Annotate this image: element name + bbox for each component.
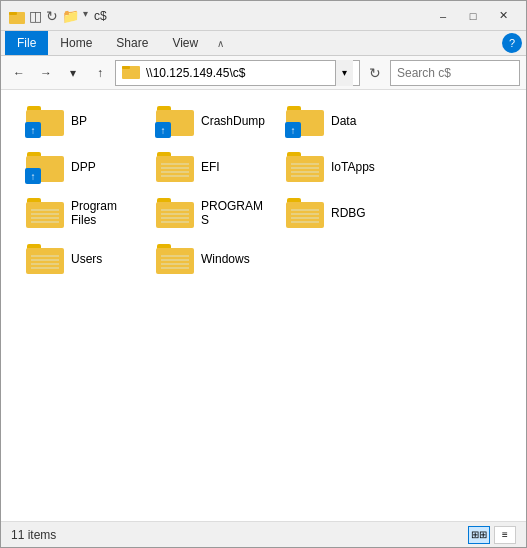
folder-item[interactable]: EFI <box>147 144 277 190</box>
folder-item[interactable]: IoTApps <box>277 144 407 190</box>
folder-icon: ↑ <box>155 104 195 138</box>
svg-rect-60 <box>161 263 189 265</box>
ribbon-tabs: File Home Share View ∧ ? <box>1 31 526 56</box>
svg-rect-35 <box>31 213 59 215</box>
qat-icon-3[interactable]: 📁 <box>62 8 79 24</box>
forward-button[interactable]: → <box>34 61 58 85</box>
svg-rect-22 <box>161 163 189 165</box>
folder-name: IoTApps <box>331 160 375 174</box>
address-dropdown-button[interactable]: ▾ <box>335 60 353 86</box>
folder-item[interactable]: ↑CrashDump <box>147 98 277 144</box>
svg-rect-59 <box>161 259 189 261</box>
ribbon-collapse-button[interactable]: ∧ <box>210 33 230 53</box>
svg-rect-48 <box>291 217 319 219</box>
svg-rect-1 <box>9 12 17 15</box>
help-button[interactable]: ? <box>502 33 522 53</box>
svg-rect-23 <box>161 167 189 169</box>
list-view-button[interactable]: ≡ <box>494 526 516 544</box>
window-controls: – □ ✕ <box>428 6 518 26</box>
folder-item[interactable]: Program Files <box>17 190 147 236</box>
close-button[interactable]: ✕ <box>488 6 518 26</box>
folder-icon: ↑ <box>25 104 65 138</box>
svg-rect-37 <box>31 221 59 223</box>
svg-rect-3 <box>122 66 130 69</box>
svg-rect-28 <box>291 163 319 165</box>
folder-name: EFI <box>201 160 220 174</box>
folder-icon <box>155 242 195 276</box>
nav-bar: ← → ▾ ↑ ▾ ↻ 🔍 <box>1 56 526 90</box>
address-input[interactable] <box>146 66 335 80</box>
folder-icon <box>25 196 65 230</box>
svg-rect-54 <box>31 263 59 265</box>
folder-item[interactable]: Windows <box>147 236 277 282</box>
folder-icon <box>155 196 195 230</box>
recent-locations-button[interactable]: ▾ <box>61 61 85 85</box>
folder-name: BP <box>71 114 87 128</box>
folder-name: PROGRAMS <box>201 199 269 227</box>
folder-item[interactable]: ↑BP <box>17 98 147 144</box>
up-button[interactable]: ↑ <box>88 61 112 85</box>
folder-icon <box>285 196 325 230</box>
svg-rect-25 <box>161 175 189 177</box>
svg-text:↑: ↑ <box>161 125 166 136</box>
title-bar: ◫ ↻ 📁 ▾ c$ – □ ✕ <box>1 1 526 31</box>
folder-name: RDBG <box>331 206 366 220</box>
address-folder-icon <box>122 63 142 83</box>
svg-rect-36 <box>31 217 59 219</box>
file-area: ↑BP↑CrashDump↑Data↑DPPEFIIoTAppsProgram … <box>1 90 526 521</box>
refresh-button[interactable]: ↻ <box>363 60 387 86</box>
tab-share[interactable]: Share <box>104 31 160 55</box>
svg-rect-41 <box>161 213 189 215</box>
folder-item[interactable]: RDBG <box>277 190 407 236</box>
folder-item[interactable]: ↑DPP <box>17 144 147 190</box>
folder-item[interactable]: PROGRAMS <box>147 190 277 236</box>
status-bar: 11 items ⊞⊞ ≡ <box>1 521 526 547</box>
title-bar-icons: ◫ ↻ 📁 ▾ <box>9 8 88 24</box>
svg-rect-49 <box>291 221 319 223</box>
folder-item[interactable]: Users <box>17 236 147 282</box>
svg-rect-29 <box>291 167 319 169</box>
minimize-button[interactable]: – <box>428 6 458 26</box>
view-icons: ⊞⊞ ≡ <box>468 526 516 544</box>
svg-rect-34 <box>31 209 59 211</box>
qat-dropdown[interactable]: ▾ <box>83 8 88 24</box>
qat-icon-1[interactable]: ◫ <box>29 8 42 24</box>
search-bar[interactable]: 🔍 <box>390 60 520 86</box>
folder-name: Users <box>71 252 102 266</box>
folder-icon-small <box>9 8 25 24</box>
svg-rect-61 <box>161 267 189 269</box>
back-button[interactable]: ← <box>7 61 31 85</box>
tab-file[interactable]: File <box>5 31 48 55</box>
folder-icon <box>25 242 65 276</box>
tab-home[interactable]: Home <box>48 31 104 55</box>
svg-rect-24 <box>161 171 189 173</box>
folder-icon <box>285 150 325 184</box>
svg-rect-47 <box>291 213 319 215</box>
svg-rect-55 <box>31 267 59 269</box>
folder-item[interactable]: ↑Data <box>277 98 407 144</box>
maximize-button[interactable]: □ <box>458 6 488 26</box>
svg-rect-53 <box>31 259 59 261</box>
svg-rect-40 <box>161 209 189 211</box>
svg-text:↑: ↑ <box>31 125 36 136</box>
svg-rect-31 <box>291 175 319 177</box>
address-bar[interactable]: ▾ <box>115 60 360 86</box>
tab-view[interactable]: View <box>160 31 210 55</box>
folder-icon: ↑ <box>285 104 325 138</box>
svg-rect-43 <box>161 221 189 223</box>
svg-rect-58 <box>161 255 189 257</box>
svg-rect-52 <box>31 255 59 257</box>
window-title: c$ <box>94 9 422 23</box>
folder-name: DPP <box>71 160 96 174</box>
search-input[interactable] <box>397 66 527 80</box>
folder-name: CrashDump <box>201 114 265 128</box>
svg-rect-42 <box>161 217 189 219</box>
svg-rect-30 <box>291 171 319 173</box>
qat-icon-2[interactable]: ↻ <box>46 8 58 24</box>
grid-view-button[interactable]: ⊞⊞ <box>468 526 490 544</box>
folder-name: Program Files <box>71 199 139 227</box>
folder-name: Windows <box>201 252 250 266</box>
svg-text:↑: ↑ <box>291 125 296 136</box>
svg-text:↑: ↑ <box>31 171 36 182</box>
item-count: 11 items <box>11 528 56 542</box>
